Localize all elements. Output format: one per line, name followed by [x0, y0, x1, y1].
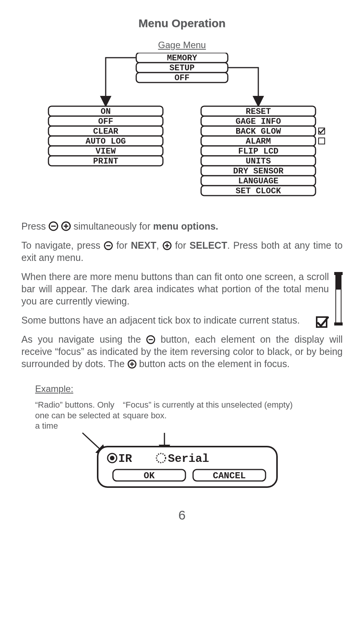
radio-option-2: Serial	[168, 452, 209, 465]
menu-left-stack: ONOFFCLEARAUTO LOGVIEWPRINT	[48, 106, 163, 166]
menu-item: SETUP	[169, 63, 195, 73]
example-heading: Example:	[35, 384, 343, 394]
paragraph-focus: As you navigate using the button, each e…	[21, 333, 343, 370]
menu-item: DRY SENSOR	[233, 167, 284, 176]
plus-icon	[127, 359, 137, 369]
menu-item: AUTO LOG	[85, 137, 126, 146]
checkbox-icon	[319, 138, 325, 144]
scrollbar-illustration	[334, 272, 343, 325]
page-number: 6	[21, 508, 343, 523]
menu-item: ALARM	[246, 137, 271, 146]
minus-icon	[48, 221, 58, 231]
paragraph-scrollbar: When there are more menu buttons than ca…	[21, 270, 343, 307]
menu-item: VIEW	[96, 147, 116, 156]
plus-icon	[163, 241, 172, 250]
menu-right-stack: RESETGAGE INFOBACK GLOWALARMFLIP LCDUNIT…	[201, 106, 325, 196]
menu-item: GAGE INFO	[236, 117, 281, 126]
svg-rect-31	[334, 322, 343, 325]
menu-item: RESET	[246, 107, 271, 117]
page-title: Menu Operation	[21, 17, 343, 30]
svg-point-40	[110, 456, 114, 460]
tickbox-illustration	[316, 316, 329, 329]
paragraph-press-both: Press simultaneously for menu options.	[21, 220, 343, 232]
menu-item: UNITS	[246, 157, 271, 166]
plus-icon	[61, 221, 71, 231]
paragraph-navigate: To navigate, press for NEXT, for SELECT.…	[21, 239, 343, 264]
minus-icon	[146, 335, 155, 344]
menu-top-stack: MEMORY SETUP OFF	[136, 53, 228, 83]
menu-item: ON	[101, 107, 111, 117]
svg-rect-30	[334, 272, 343, 275]
radio-option-1: IR	[118, 452, 132, 465]
menu-item: OFF	[174, 73, 190, 83]
example-caption-left: “Radio” buttons. Only one can be selecte…	[35, 400, 123, 431]
menu-item: SET CLOCK	[236, 186, 282, 196]
minus-icon	[104, 241, 113, 250]
menu-item: CLEAR	[93, 127, 119, 136]
diagram-caption: Gage Menu	[21, 40, 343, 50]
menu-item: MEMORY	[167, 53, 197, 63]
menu-item: BACK GLOW	[236, 127, 282, 136]
menu-item: OFF	[98, 117, 113, 126]
ok-button-label: OK	[144, 471, 155, 481]
menu-item: FLIP LCD	[238, 147, 279, 156]
paragraph-tickbox: Some buttons have an adjacent tick box t…	[21, 314, 343, 326]
menu-item: PRINT	[93, 157, 118, 166]
cancel-button-label: CANCEL	[213, 471, 246, 481]
example-caption-right: “Focus” is currently at this unselected …	[123, 400, 306, 421]
menu-item: LANGUAGE	[238, 176, 279, 186]
menu-tree-diagram: MEMORY SETUP OFF ONOFFCLEARAUTO LOGVIEWP…	[21, 53, 343, 213]
